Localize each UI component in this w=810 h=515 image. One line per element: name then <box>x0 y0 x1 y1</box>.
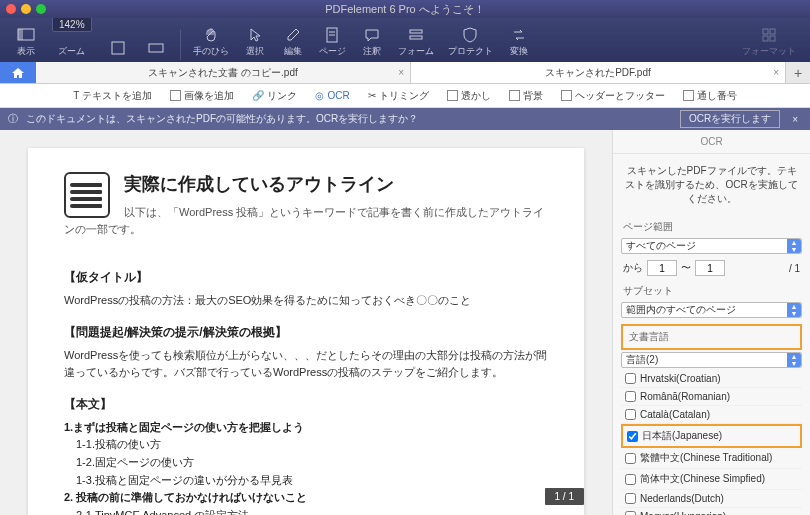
form-button[interactable]: フォーム <box>392 24 440 60</box>
language-checkbox[interactable] <box>625 453 636 464</box>
svg-rect-7 <box>410 30 422 33</box>
ocr-notice-bar: ⓘ このドキュメントは、スキャンされたPDFの可能性があります。OCRを実行しま… <box>0 108 810 130</box>
language-label: Hrvatski(Croatian) <box>640 373 721 384</box>
language-label: 繁體中文(Chinese Traditional) <box>640 451 772 465</box>
zoom-value[interactable]: 142% <box>52 17 92 32</box>
subset-select[interactable]: 範囲内のすべてのページ ▲▼ <box>621 302 802 318</box>
crop-icon: ✂ <box>368 90 376 101</box>
language-item[interactable]: 日本語(Japanese) <box>621 424 802 448</box>
language-checkbox[interactable] <box>625 474 636 485</box>
language-checkbox[interactable] <box>625 373 636 384</box>
toolbar-divider <box>180 30 181 60</box>
fit-page-button[interactable] <box>100 37 136 60</box>
header-footer-button[interactable]: ヘッダーとフッター <box>557 87 669 105</box>
sec1-title: 【仮タイトル】 <box>64 269 548 286</box>
pdf-page: 実際に作成しているアウトライン 以下は、「WordPress 投稿」というキーワ… <box>28 148 584 515</box>
language-item[interactable]: 简体中文(Chinese Simpfied) <box>621 469 802 490</box>
titlebar: PDFelement 6 Pro へようこそ！ <box>0 0 810 18</box>
language-checkbox[interactable] <box>627 431 638 442</box>
bates-icon <box>683 90 694 101</box>
select-tool-button[interactable]: 選択 <box>237 24 273 60</box>
language-item[interactable]: 繁體中文(Chinese Traditional) <box>621 448 802 469</box>
sec1-body: WordPressの投稿の方法：最大のSEO効果を得るために知っておくべき〇〇の… <box>64 292 548 310</box>
page-range-select[interactable]: すべてのページ ▲▼ <box>621 238 802 254</box>
sec2-title: 【問題提起/解決策の提示/解決策の根拠】 <box>64 324 548 341</box>
subset-label: サブセット <box>613 280 810 300</box>
tab-document-2[interactable]: スキャンされたPDF.pdf × <box>411 62 786 83</box>
stepper-arrows-icon[interactable]: ▲▼ <box>787 239 801 253</box>
close-window-icon[interactable] <box>6 4 16 14</box>
svg-rect-8 <box>410 36 422 39</box>
home-tab[interactable] <box>0 62 36 83</box>
doc-heading: 実際に作成しているアウトライン <box>64 172 548 196</box>
language-count-select[interactable]: 言語(2) ▲▼ <box>621 352 802 368</box>
page-button[interactable]: ページ <box>313 24 352 60</box>
language-item[interactable]: Hrvatski(Croatian) <box>621 370 802 388</box>
sec3-title: 【本文】 <box>64 396 548 413</box>
document-tabs: スキャンされた文書 のコピー.pdf × スキャンされたPDF.pdf × + <box>0 62 810 84</box>
format-button[interactable]: フォーマット <box>736 24 802 60</box>
svg-rect-9 <box>763 29 768 34</box>
svg-rect-11 <box>763 36 768 41</box>
protect-button[interactable]: プロテクト <box>442 24 499 60</box>
language-item[interactable]: Català(Catalan) <box>621 406 802 424</box>
bates-button[interactable]: 通し番号 <box>679 87 741 105</box>
format-icon <box>760 26 778 44</box>
language-item[interactable]: Română(Romanian) <box>621 388 802 406</box>
convert-icon <box>510 26 528 44</box>
language-checkbox[interactable] <box>625 493 636 504</box>
run-ocr-button[interactable]: OCRを実行します <box>680 110 780 128</box>
close-tab-icon[interactable]: × <box>398 67 404 78</box>
language-item[interactable]: Magyar(Hungarian) <box>621 508 802 515</box>
background-button[interactable]: 背景 <box>505 87 547 105</box>
edit-button[interactable]: 編集 <box>275 24 311 60</box>
edit-icon <box>284 26 302 44</box>
info-icon: ⓘ <box>8 112 18 126</box>
fit-width-button[interactable] <box>138 37 174 60</box>
fit-width-icon <box>147 39 165 57</box>
stepper-arrows-icon[interactable]: ▲▼ <box>787 303 801 317</box>
link-button[interactable]: 🔗リンク <box>248 87 301 105</box>
main-toolbar: 表示 142% ズーム 手のひら 選択 編集 ページ 注釈 フォーム プロテクト <box>0 18 810 62</box>
page-range-label: ページ範囲 <box>613 216 810 236</box>
ocr-icon: ◎ <box>315 90 324 101</box>
language-checkbox[interactable] <box>625 391 636 402</box>
form-icon <box>407 26 425 44</box>
minimize-window-icon[interactable] <box>21 4 31 14</box>
dropdown-arrow-icon[interactable]: ▲▼ <box>787 353 801 367</box>
zoom-button[interactable]: 142% ズーム <box>46 15 98 60</box>
add-tab-button[interactable]: + <box>786 62 810 83</box>
document-viewport[interactable]: 実際に作成しているアウトライン 以下は、「WordPress 投稿」というキーワ… <box>0 130 612 515</box>
annotate-button[interactable]: 注釈 <box>354 24 390 60</box>
add-text-button[interactable]: Tテキストを追加 <box>69 87 156 105</box>
from-page-input[interactable] <box>647 260 677 276</box>
link-icon: 🔗 <box>252 90 264 101</box>
svg-rect-10 <box>770 29 775 34</box>
view-button[interactable]: 表示 <box>8 24 44 60</box>
close-notice-icon[interactable]: × <box>788 114 802 125</box>
svg-rect-2 <box>112 42 124 54</box>
panel-description: スキャンしたPDFファイルです。テキストを識別するため、OCRを実施してください… <box>613 154 810 216</box>
svg-rect-12 <box>770 36 775 41</box>
language-checkbox[interactable] <box>625 409 636 420</box>
cursor-icon <box>246 26 264 44</box>
doc-language-label: 文書言語 <box>623 326 800 348</box>
header-footer-icon <box>561 90 572 101</box>
hand-tool-button[interactable]: 手のひら <box>187 24 235 60</box>
to-page-input[interactable] <box>695 260 725 276</box>
shield-icon <box>461 26 479 44</box>
background-icon <box>509 90 520 101</box>
maximize-window-icon[interactable] <box>36 4 46 14</box>
add-image-button[interactable]: 画像を追加 <box>166 87 238 105</box>
convert-button[interactable]: 変換 <box>501 24 537 60</box>
close-tab-icon[interactable]: × <box>773 67 779 78</box>
ocr-button[interactable]: ◎OCR <box>311 88 353 103</box>
doc-intro: 以下は、「WordPress 投稿」というキーワードで記事を書く前に作成したアウ… <box>64 204 548 237</box>
language-item[interactable]: Nederlands(Dutch) <box>621 490 802 508</box>
crop-button[interactable]: ✂トリミング <box>364 87 433 105</box>
language-label: 日本語(Japanese) <box>642 429 722 443</box>
language-checkbox[interactable] <box>625 511 636 515</box>
language-label: 简体中文(Chinese Simpfied) <box>640 472 765 486</box>
tab-document-1[interactable]: スキャンされた文書 のコピー.pdf × <box>36 62 411 83</box>
watermark-button[interactable]: 透かし <box>443 87 495 105</box>
